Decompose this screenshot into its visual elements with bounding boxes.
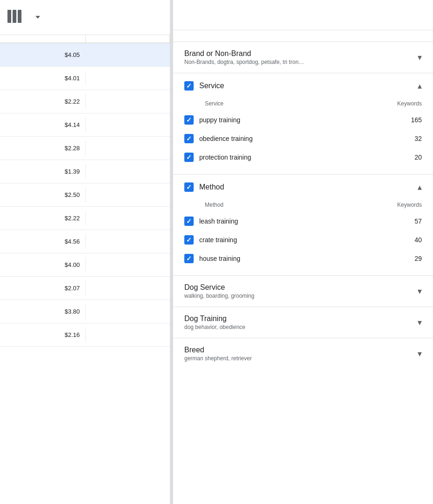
item-label: obedience training bbox=[199, 135, 398, 142]
bid-cell: $2.16 bbox=[0, 328, 86, 342]
checkmark-icon: ✓ bbox=[186, 184, 192, 190]
panel-header bbox=[173, 0, 433, 30]
section-header-breed[interactable]: Breed german shepherd, retriever ▾ bbox=[173, 338, 433, 369]
item-count: 57 bbox=[403, 217, 422, 225]
columns-icon bbox=[7, 10, 21, 23]
table-row: $4.00 bbox=[0, 253, 170, 277]
account-cell bbox=[86, 121, 170, 129]
item-checkbox[interactable]: ✓ bbox=[184, 153, 194, 162]
item-checkbox[interactable]: ✓ bbox=[184, 115, 194, 125]
checkmark-icon: ✓ bbox=[186, 154, 192, 161]
table-header bbox=[0, 35, 170, 43]
section-dog-training: Dog Training dog behavior, obedience ▾ bbox=[173, 307, 433, 338]
table-row: $4.05 bbox=[0, 43, 170, 67]
section-checkbox[interactable]: ✓ bbox=[184, 81, 194, 91]
section-title-block: Dog Training dog behavior, obedience bbox=[184, 315, 412, 330]
table-row: $3.80 bbox=[0, 300, 170, 323]
section-header-dog-training[interactable]: Dog Training dog behavior, obedience ▾ bbox=[173, 307, 433, 338]
item-count: 29 bbox=[403, 255, 422, 262]
section-subtitle: Non-Brands, dogtra, sportdog, petsafe, t… bbox=[184, 59, 412, 65]
section-header-brand-or-non-brand[interactable]: Brand or Non-Brand Non-Brands, dogtra, s… bbox=[173, 42, 433, 73]
bid-cell: $1.39 bbox=[0, 164, 86, 179]
account-cell bbox=[86, 238, 170, 245]
bid-cell: $4.05 bbox=[0, 48, 86, 62]
checkmark-icon: ✓ bbox=[186, 237, 192, 243]
item-label: protection training bbox=[199, 154, 398, 161]
column-header-account bbox=[86, 35, 170, 42]
item-count: 165 bbox=[403, 116, 422, 124]
account-cell bbox=[86, 308, 170, 315]
item-row[interactable]: ✓ puppy training 165 bbox=[184, 111, 422, 129]
section-title: Service bbox=[199, 82, 412, 90]
item-checkbox[interactable]: ✓ bbox=[184, 217, 194, 226]
chevron-up-icon: ▴ bbox=[418, 182, 422, 192]
section-dog-service: Dog Service walking, boarding, grooming … bbox=[173, 275, 433, 307]
section-subtitle: dog behavior, obedience bbox=[184, 324, 412, 330]
col-keywords: Keywords bbox=[397, 100, 422, 107]
chevron-down-icon: ▾ bbox=[418, 286, 422, 296]
item-checkbox[interactable]: ✓ bbox=[184, 134, 194, 143]
table-row: $4.14 bbox=[0, 113, 170, 137]
checkmark-icon: ✓ bbox=[186, 255, 192, 262]
section-title-block: Brand or Non-Brand Non-Brands, dogtra, s… bbox=[184, 49, 412, 65]
account-cell bbox=[86, 215, 170, 222]
section-subtitle: walking, boarding, grooming bbox=[184, 293, 412, 299]
section-title-block: Dog Service walking, boarding, grooming bbox=[184, 283, 412, 299]
item-row[interactable]: ✓ protection training 20 bbox=[184, 148, 422, 167]
bid-cell: $2.28 bbox=[0, 141, 86, 155]
item-row[interactable]: ✓ crate training 40 bbox=[184, 231, 422, 249]
chevron-down-icon: ▾ bbox=[418, 317, 422, 328]
section-breed: Breed german shepherd, retriever ▾ bbox=[173, 338, 433, 369]
section-content: Service Keywords ✓ puppy training 165 ✓ bbox=[173, 98, 433, 174]
section-service: ✓ Service ▴ Service Keywords ✓ puppy tra… bbox=[173, 73, 433, 174]
item-checkbox[interactable]: ✓ bbox=[184, 254, 194, 263]
table-body: $4.05 $4.01 $2.22 $4.14 $2.28 $1.39 $2.5… bbox=[0, 43, 170, 504]
table-row: $2.28 bbox=[0, 137, 170, 160]
item-row[interactable]: ✓ leash training 57 bbox=[184, 212, 422, 231]
right-panel: Brand or Non-Brand Non-Brands, dogtra, s… bbox=[173, 0, 433, 504]
table-row: $2.16 bbox=[0, 323, 170, 347]
section-title-block: Breed german shepherd, retriever bbox=[184, 346, 412, 362]
item-row[interactable]: ✓ house training 29 bbox=[184, 249, 422, 268]
bid-cell: $2.07 bbox=[0, 281, 86, 295]
bid-cell: $2.22 bbox=[0, 211, 86, 225]
col-label: Service bbox=[205, 100, 223, 107]
keyword-view-button[interactable] bbox=[27, 12, 46, 22]
close-button[interactable] bbox=[407, 9, 422, 24]
columns-button[interactable] bbox=[7, 10, 21, 25]
section-title: Brand or Non-Brand bbox=[184, 49, 412, 58]
account-cell bbox=[86, 75, 170, 82]
table-row: $2.07 bbox=[0, 277, 170, 300]
section-title-block: Method bbox=[199, 183, 412, 191]
item-label: leash training bbox=[199, 217, 398, 225]
section-header-service[interactable]: ✓ Service ▴ bbox=[173, 73, 433, 98]
chevron-up-icon: ▴ bbox=[418, 81, 422, 91]
table-row: $2.50 bbox=[0, 183, 170, 207]
bid-cell: $4.56 bbox=[0, 234, 86, 249]
bid-cell: $4.00 bbox=[0, 258, 86, 272]
item-count: 40 bbox=[403, 236, 422, 244]
section-checkbox[interactable]: ✓ bbox=[184, 182, 194, 192]
sections-container: Brand or Non-Brand Non-Brands, dogtra, s… bbox=[173, 42, 433, 369]
bid-cell: $2.50 bbox=[0, 188, 86, 202]
col-keywords: Keywords bbox=[397, 202, 422, 208]
bid-cell: $2.22 bbox=[0, 94, 86, 109]
table-row: $4.01 bbox=[0, 67, 170, 90]
section-title-block: Service bbox=[199, 82, 412, 90]
account-cell bbox=[86, 98, 170, 105]
section-title: Method bbox=[199, 183, 412, 191]
account-cell bbox=[86, 51, 170, 59]
bid-cell: $4.01 bbox=[0, 71, 86, 85]
expand-all-button[interactable] bbox=[173, 30, 433, 42]
section-header-method[interactable]: ✓ Method ▴ bbox=[173, 175, 433, 200]
chevron-down-icon bbox=[35, 16, 40, 19]
item-row[interactable]: ✓ obedience training 32 bbox=[184, 129, 422, 148]
section-header-dog-service[interactable]: Dog Service walking, boarding, grooming … bbox=[173, 276, 433, 307]
item-count: 32 bbox=[403, 135, 422, 142]
checkmark-icon: ✓ bbox=[186, 218, 192, 224]
left-panel: $4.05 $4.01 $2.22 $4.14 $2.28 $1.39 $2.5… bbox=[0, 0, 170, 504]
section-table-header: Service Keywords bbox=[184, 98, 422, 111]
section-method: ✓ Method ▴ Method Keywords ✓ leash train… bbox=[173, 174, 433, 275]
bid-cell: $4.14 bbox=[0, 118, 86, 132]
item-checkbox[interactable]: ✓ bbox=[184, 235, 194, 245]
